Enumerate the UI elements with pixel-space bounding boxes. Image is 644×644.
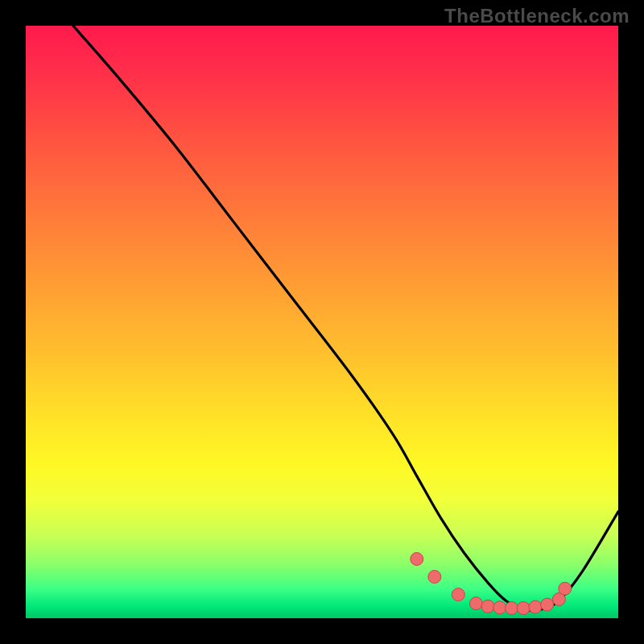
highlight-dot bbox=[428, 570, 441, 583]
highlight-dot bbox=[541, 598, 554, 611]
highlight-dot bbox=[481, 600, 494, 613]
highlight-dot bbox=[517, 601, 530, 614]
highlight-dot bbox=[559, 582, 572, 595]
highlight-dots-group bbox=[411, 552, 572, 614]
highlight-dot bbox=[529, 601, 542, 613]
highlight-dot bbox=[493, 601, 506, 614]
plot-area bbox=[26, 26, 618, 618]
bottleneck-curve bbox=[73, 26, 618, 610]
highlight-dot bbox=[469, 597, 482, 610]
chart-frame: TheBottleneck.com bbox=[0, 0, 644, 644]
highlight-dot bbox=[506, 601, 518, 614]
highlight-dot bbox=[411, 552, 423, 565]
curve-svg bbox=[26, 26, 618, 618]
watermark-text: TheBottleneck.com bbox=[444, 5, 630, 27]
highlight-dot bbox=[452, 588, 464, 601]
